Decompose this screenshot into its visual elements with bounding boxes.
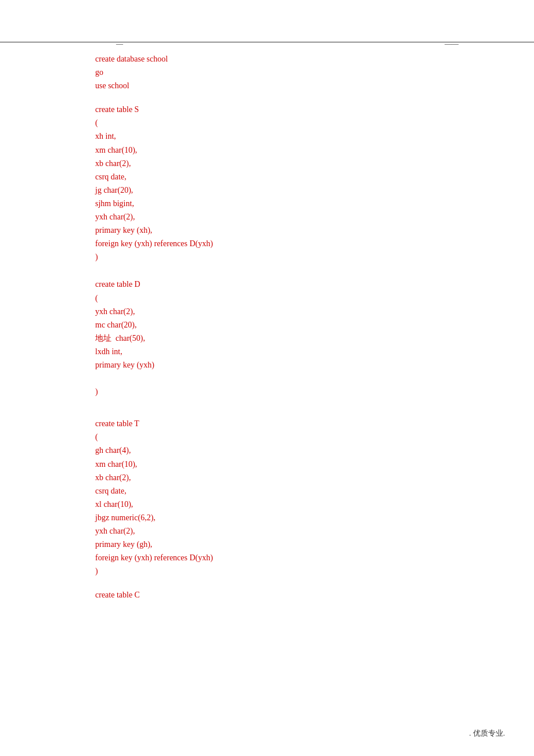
- code-section-2-body: ( xh int, xm char(10), xb char(2), csrq …: [95, 116, 488, 264]
- code-section-2-header: create table S: [95, 103, 488, 116]
- code-section-3-header: create table D: [95, 278, 488, 291]
- top-dash-right: ——: [445, 39, 459, 48]
- code-section-3-body: ( yxh char(2), mc char(20), 地址 char(50),…: [95, 291, 488, 399]
- top-dash-left: —: [116, 39, 123, 48]
- code-section-5-header: create table C: [95, 588, 488, 602]
- code-section-4-body: ( gh char(4), xm char(10), xb char(2), c…: [95, 430, 488, 578]
- code-section-4-header: create table T: [95, 417, 488, 430]
- main-content: create database school go use school cre…: [95, 52, 488, 602]
- code-section-1: create database school go use school: [95, 52, 488, 92]
- footer-text: . 优质专业.: [469, 728, 505, 739]
